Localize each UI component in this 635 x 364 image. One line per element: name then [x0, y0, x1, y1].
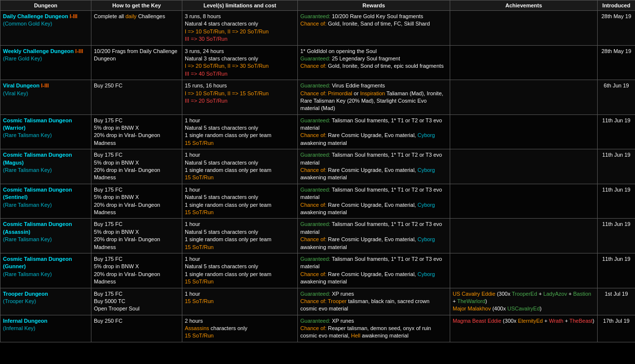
dungeon-cell: Infernal Dungeon(Infernal Key) — [0, 315, 91, 342]
key-cell: Buy 175 FC5% drop in BNW X20% drop in Vi… — [91, 219, 182, 253]
dungeon-cell: Cosmic Talisman Dungeon (Warrior)(Rare T… — [0, 114, 91, 149]
levels-cell: 1 hourNatural 5 stars characters only1 s… — [182, 114, 298, 149]
introduced-cell: 11th Jun 19 — [598, 114, 635, 149]
rewards-cell: Guaranteed: Talisman Soul framents, 1* T… — [298, 253, 450, 288]
key-cell: Buy 175 FC5% drop in BNW X20% drop in Vi… — [91, 184, 182, 219]
introduced-cell: 11th Jun 19 — [598, 184, 635, 219]
introduced-cell: 6th Jun 19 — [598, 80, 635, 115]
achievements-cell — [450, 219, 598, 253]
header-levels: Level(s) limitations and cost — [182, 0, 298, 11]
dungeon-cell: Cosmic Talisman Dungeon (Gunner)(Rare Ta… — [0, 253, 91, 288]
table-row: Infernal Dungeon(Infernal Key)Buy 250 FC… — [0, 315, 635, 342]
achievements-cell — [450, 253, 598, 288]
header-achievements: Achievements — [450, 0, 598, 11]
table-row: Cosmic Talisman Dungeon (Magus)(Rare Tal… — [0, 149, 635, 184]
dungeon-cell: Trooper Dungeon(Trooper Key) — [0, 288, 91, 315]
header-introduced: Introduced — [598, 0, 635, 11]
rewards-cell: Guaranteed: XP runesChance of: Trooper t… — [298, 288, 450, 315]
achievements-cell — [450, 11, 598, 46]
achievements-cell: Magma Beast Eddie (300x EternityEd + Wra… — [450, 315, 598, 342]
introduced-cell: 11th Jun 19 — [598, 149, 635, 184]
table-row: Cosmic Talisman Dungeon (Assassin)(Rare … — [0, 219, 635, 253]
levels-cell: 1 hourNatural 5 stars characters only1 s… — [182, 184, 298, 219]
introduced-cell: 1st Jul 19 — [598, 288, 635, 315]
key-cell: Buy 175 FC5% drop in BNW X20% drop in Vi… — [91, 253, 182, 288]
header-rewards: Rewards — [298, 0, 450, 11]
dungeon-cell: Viral Dungeon I-III(Viral Key) — [0, 80, 91, 115]
achievements-cell: US Cavalry Eddie (300x TrooperEd + LadyA… — [450, 288, 598, 315]
dungeon-cell: Cosmic Talisman Dungeon (Sentinel)(Rare … — [0, 184, 91, 219]
rewards-cell: Guaranteed: XP runesChance of: Reaper ta… — [298, 315, 450, 342]
rewards-cell: Guaranteed: Talisman Soul framents, 1* T… — [298, 114, 450, 149]
levels-cell: 3 runs, 24 hoursNatural 3 stars characte… — [182, 45, 298, 80]
dungeon-cell: Weekly Challenge Dungeon I-III(Rare Gold… — [0, 45, 91, 80]
key-cell: Buy 250 FC — [91, 80, 182, 115]
table-row: Weekly Challenge Dungeon I-III(Rare Gold… — [0, 45, 635, 80]
introduced-cell: 11th Jun 19 — [598, 253, 635, 288]
header-dungeon: Dungeon — [0, 0, 91, 11]
achievements-cell — [450, 114, 598, 149]
achievements-cell — [450, 80, 598, 115]
table-row: Trooper Dungeon(Trooper Key)Buy 175 FCBu… — [0, 288, 635, 315]
dungeon-table: Dungeon How to get the Key Level(s) limi… — [0, 0, 635, 342]
rewards-cell: Guaranteed: 10/200 Rare Gold Key Soul fr… — [298, 11, 450, 46]
rewards-cell: Guaranteed: Talisman Soul framents, 1* T… — [298, 184, 450, 219]
levels-cell: 3 runs, 8 hoursNatural 4 stars character… — [182, 11, 298, 46]
rewards-cell: Guaranteed: Talisman Soul framents, 1* T… — [298, 149, 450, 184]
key-cell: Buy 175 FC5% drop in BNW X20% drop in Vi… — [91, 149, 182, 184]
levels-cell: 1 hourNatural 5 stars characters only1 s… — [182, 219, 298, 253]
introduced-cell: 28th May 19 — [598, 11, 635, 46]
levels-cell: 1 hourNatural 5 stars characters only1 s… — [182, 149, 298, 184]
table-row: Cosmic Talisman Dungeon (Sentinel)(Rare … — [0, 184, 635, 219]
introduced-cell: 11th Jun 19 — [598, 219, 635, 253]
key-cell: Complete all daily Challenges — [91, 11, 182, 46]
dungeon-cell: Cosmic Talisman Dungeon (Assassin)(Rare … — [0, 219, 91, 253]
rewards-cell: Guaranteed: Talisman Soul framents, 1* T… — [298, 219, 450, 253]
table-row: Daily Challenge Dungeon I-III(Common Gol… — [0, 11, 635, 46]
table-row: Cosmic Talisman Dungeon (Gunner)(Rare Ta… — [0, 253, 635, 288]
key-cell: Buy 175 FC5% drop in BNW X20% drop in Vi… — [91, 114, 182, 149]
table-row: Viral Dungeon I-III(Viral Key)Buy 250 FC… — [0, 80, 635, 115]
table-row: Cosmic Talisman Dungeon (Warrior)(Rare T… — [0, 114, 635, 149]
rewards-cell: 1* GoldIdol on opening the SoulGuarantee… — [298, 45, 450, 80]
rewards-cell: Guaranteed: Virus Eddie fragmentsChance … — [298, 80, 450, 115]
achievements-cell — [450, 184, 598, 219]
levels-cell: 1 hourNatural 5 stars characters only1 s… — [182, 253, 298, 288]
achievements-cell — [450, 45, 598, 80]
levels-cell: 15 runs, 16 hoursI => 10 SoT/Run, II => … — [182, 80, 298, 115]
header-key: How to get the Key — [91, 0, 182, 11]
dungeon-cell: Cosmic Talisman Dungeon (Magus)(Rare Tal… — [0, 149, 91, 184]
achievements-cell — [450, 149, 598, 184]
key-cell: Buy 175 FCBuy 5000 TCOpen Trooper Soul — [91, 288, 182, 315]
levels-cell: 2 hoursAssassins characters only15 SoT/R… — [182, 315, 298, 342]
introduced-cell: 17th Jul 19 — [598, 315, 635, 342]
dungeon-cell: Daily Challenge Dungeon I-III(Common Gol… — [0, 11, 91, 46]
key-cell: Buy 250 FC — [91, 315, 182, 342]
introduced-cell: 28th May 19 — [598, 45, 635, 80]
levels-cell: 1 hour15 SoT/Run — [182, 288, 298, 315]
key-cell: 10/200 Frags from Daily Challenge Dungeo… — [91, 45, 182, 80]
